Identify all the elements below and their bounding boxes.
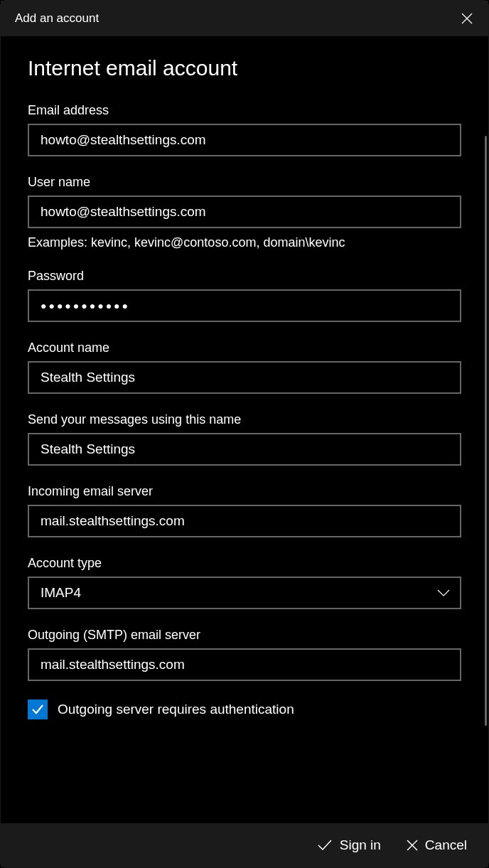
close-icon [407, 840, 418, 851]
password-label: Password [28, 269, 461, 284]
outgoing-server-label: Outgoing (SMTP) email server [28, 628, 461, 643]
sign-in-label: Sign in [340, 837, 381, 853]
cancel-button[interactable]: Cancel [407, 837, 467, 853]
dialog-window: Add an account Internet email account Em… [0, 0, 489, 868]
outgoing-server-input[interactable] [28, 648, 461, 681]
footer: Sign in Cancel [1, 823, 488, 867]
field-outgoing-server: Outgoing (SMTP) email server [28, 628, 461, 681]
field-email: Email address [28, 103, 461, 156]
username-label: User name [28, 175, 461, 190]
close-button[interactable] [460, 11, 474, 26]
email-label: Email address [28, 103, 461, 118]
cancel-label: Cancel [425, 837, 467, 853]
field-account-type: Account type IMAP4 [28, 556, 461, 609]
checkmark-icon [317, 839, 333, 852]
field-password: Password [28, 269, 461, 322]
outgoing-auth-row: Outgoing server requires authentication [28, 700, 461, 719]
page-title: Internet email account [28, 56, 461, 80]
sender-name-input[interactable] [28, 433, 461, 466]
close-icon [461, 13, 473, 24]
incoming-server-input[interactable] [28, 505, 461, 537]
username-input[interactable] [28, 195, 461, 228]
outgoing-auth-label: Outgoing server requires authentication [58, 702, 294, 717]
scrollbar[interactable] [485, 136, 487, 726]
sender-name-label: Send your messages using this name [28, 412, 461, 427]
account-type-select[interactable]: IMAP4 [28, 577, 461, 609]
titlebar-title: Add an account [15, 11, 99, 26]
username-hint: Examples: kevinc, kevinc@contoso.com, do… [28, 235, 461, 250]
account-type-select-wrapper: IMAP4 [28, 577, 461, 609]
account-name-label: Account name [28, 341, 461, 355]
email-input[interactable] [28, 124, 461, 156]
field-sender-name: Send your messages using this name [28, 412, 461, 466]
password-input[interactable] [28, 289, 461, 322]
titlebar: Add an account [1, 1, 488, 36]
incoming-server-label: Incoming email server [28, 484, 461, 499]
field-incoming-server: Incoming email server [28, 484, 461, 537]
outgoing-auth-checkbox[interactable] [28, 700, 48, 719]
checkmark-icon [31, 702, 45, 717]
field-username: User name Examples: kevinc, kevinc@conto… [28, 175, 461, 250]
content-area: Internet email account Email address Use… [1, 36, 488, 823]
field-account-name: Account name [28, 341, 461, 394]
account-name-input[interactable] [28, 361, 461, 394]
sign-in-button[interactable]: Sign in [317, 837, 381, 853]
account-type-label: Account type [28, 556, 461, 571]
